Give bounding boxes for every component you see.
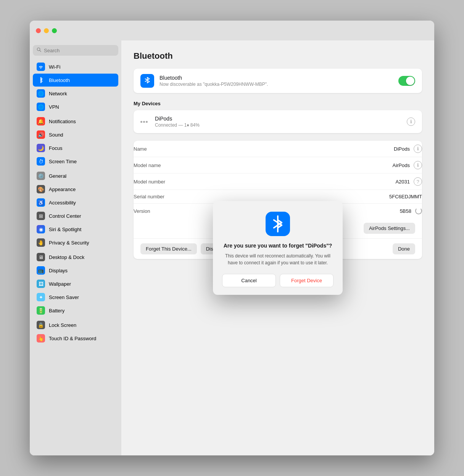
sidebar-item-lockscreen[interactable]: 🔒 Lock Screen [33, 318, 118, 331]
bluetooth-icon [37, 76, 45, 84]
battery-icon: 🔋 [37, 306, 45, 315]
sidebar-item-accessibility[interactable]: ♿ Accessibility [33, 196, 118, 209]
sidebar-item-label-battery: Battery [49, 308, 64, 314]
sidebar-item-label-screensaver: Screen Saver [49, 294, 79, 300]
sidebar-item-label-bluetooth: Bluetooth [49, 77, 70, 83]
sidebar-item-vpn[interactable]: 🌐 VPN [33, 100, 118, 113]
sidebar-item-displays[interactable]: 📺 Displays [33, 264, 118, 277]
search-bar[interactable] [33, 45, 118, 56]
sidebar-item-bluetooth[interactable]: Bluetooth [33, 74, 118, 87]
sidebar-item-label-general: General [49, 173, 66, 179]
sidebar-item-battery[interactable]: 🔋 Battery [33, 304, 118, 317]
forget-device-dialog: Are you sure you want to forget "DiPods"… [213, 201, 343, 295]
sidebar-personalization-section: ⚙️ General 🎨 Appearance ♿ Accessibility … [33, 169, 118, 249]
vpn-icon: 🌐 [37, 103, 45, 111]
sidebar-item-label-touchid: Touch ID & Password [49, 336, 96, 341]
traffic-lights [36, 28, 57, 33]
sidebar-item-label-controlcenter: Control Center [49, 213, 81, 219]
sidebar-security-section: 🔒 Lock Screen 👆 Touch ID & Password [33, 318, 118, 345]
sidebar-item-label-siri: Siri & Spotlight [49, 227, 81, 232]
sidebar-item-label-sound: Sound [49, 132, 63, 138]
sound-icon: 🔊 [37, 130, 45, 139]
sidebar-item-label-notifications: Notifications [49, 119, 76, 124]
minimize-button[interactable] [44, 28, 49, 33]
sidebar-item-label-wallpaper: Wallpaper [49, 281, 71, 287]
sidebar-item-wallpaper[interactable]: 🖼 Wallpaper [33, 277, 118, 290]
title-bar [30, 21, 434, 40]
svg-line-1 [40, 50, 41, 51]
sidebar-item-privacy[interactable]: 🤚 Privacy & Security [33, 236, 118, 249]
sidebar-item-label-focus: Focus [49, 145, 62, 151]
focus-icon: 🌙 [37, 144, 45, 152]
sidebar-item-label-accessibility: Accessibility [49, 200, 76, 206]
dialog-cancel-button[interactable]: Cancel [222, 274, 276, 287]
sidebar-item-label-network: Network [49, 91, 67, 96]
lockscreen-icon: 🔒 [37, 321, 45, 329]
privacy-icon: 🤚 [37, 238, 45, 247]
sidebar-item-label-privacy: Privacy & Security [49, 240, 89, 246]
sidebar-item-appearance[interactable]: 🎨 Appearance [33, 183, 118, 196]
accessibility-icon: ♿ [37, 198, 45, 207]
wallpaper-icon: 🖼 [37, 280, 45, 288]
sidebar-item-screentime[interactable]: ⏱ Screen Time [33, 155, 118, 168]
main-content: Bluetooth Bluetooth Now discoverable as … [121, 40, 434, 455]
sidebar-item-label-lockscreen: Lock Screen [49, 322, 76, 328]
sidebar-item-siri[interactable]: ◉ Siri & Spotlight [33, 223, 118, 236]
dialog-body: This device will not reconnect automatic… [222, 252, 334, 266]
screentime-icon: ⏱ [37, 157, 45, 166]
sidebar-item-screensaver[interactable]: ✦ Screen Saver [33, 291, 118, 304]
screensaver-icon: ✦ [37, 293, 45, 301]
dialog-buttons: Cancel Forget Device [222, 274, 334, 287]
sidebar-item-label-desktop: Desktop & Dock [49, 254, 84, 260]
close-button[interactable] [36, 28, 41, 33]
siri-icon: ◉ [37, 225, 45, 233]
sidebar-item-label-wifi: Wi-Fi [49, 64, 60, 70]
controlcenter-icon: ⊞ [37, 212, 45, 220]
sidebar-item-label-vpn: VPN [49, 104, 59, 110]
sidebar-item-network[interactable]: 🌐 Network [33, 87, 118, 100]
sidebar-item-wifi[interactable]: Wi-Fi [33, 60, 118, 73]
sidebar-item-notifications[interactable]: 🔔 Notifications [33, 115, 118, 128]
content-area: Wi-Fi Bluetooth 🌐 Network [30, 40, 434, 455]
network-icon: 🌐 [37, 89, 45, 98]
dialog-forget-button[interactable]: Forget Device [280, 274, 334, 287]
sidebar-item-sound[interactable]: 🔊 Sound [33, 128, 118, 141]
general-icon: ⚙️ [37, 172, 45, 180]
touchid-icon: 👆 [37, 334, 45, 343]
sidebar-item-desktop[interactable]: 🖥 Desktop & Dock [33, 251, 118, 264]
sidebar-hardware-section: 🖥 Desktop & Dock 📺 Displays 🖼 Wallpaper … [33, 251, 118, 317]
search-input[interactable] [44, 48, 114, 53]
displays-icon: 📺 [37, 266, 45, 275]
sidebar-item-general[interactable]: ⚙️ General [33, 169, 118, 182]
wifi-icon [37, 63, 45, 71]
sidebar-item-label-appearance: Appearance [49, 187, 76, 192]
sidebar: Wi-Fi Bluetooth 🌐 Network [30, 40, 121, 455]
maximize-button[interactable] [52, 28, 57, 33]
desktop-icon: 🖥 [37, 253, 45, 261]
sidebar-item-focus[interactable]: 🌙 Focus [33, 142, 118, 154]
sidebar-item-controlcenter[interactable]: ⊞ Control Center [33, 209, 118, 222]
system-settings-window: Wi-Fi Bluetooth 🌐 Network [30, 21, 434, 455]
sidebar-item-label-displays: Displays [49, 268, 68, 273]
dialog-bluetooth-icon [266, 212, 290, 236]
sidebar-item-label-screentime: Screen Time [49, 159, 77, 164]
sidebar-item-touchid[interactable]: 👆 Touch ID & Password [33, 332, 118, 345]
appearance-icon: 🎨 [37, 185, 45, 193]
search-icon [37, 47, 42, 53]
sidebar-system-section: 🔔 Notifications 🔊 Sound 🌙 Focus ⏱ Screen… [33, 115, 118, 168]
notifications-icon: 🔔 [37, 117, 45, 125]
modal-backdrop: Are you sure you want to forget "DiPods"… [121, 40, 434, 455]
dialog-title: Are you sure you want to forget "DiPods"… [224, 242, 332, 250]
sidebar-network-section: Wi-Fi Bluetooth 🌐 Network [33, 60, 118, 113]
